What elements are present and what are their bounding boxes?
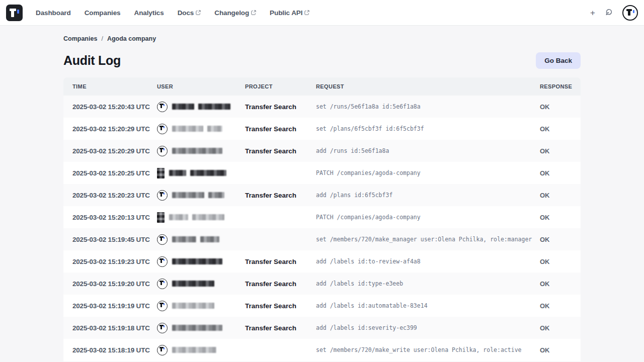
row-user (157, 146, 245, 156)
row-time: 2025-03-02 15:19:45 UTC (63, 236, 157, 243)
breadcrumb-companies[interactable]: Companies (63, 35, 97, 42)
redacted-name-segment (172, 192, 204, 198)
row-user-name-redacted (172, 281, 214, 287)
row-response-status: OK (540, 214, 581, 221)
nav-item-changelog[interactable]: Changelog (214, 9, 256, 17)
row-request: PATCH /companies/agoda-company (316, 169, 540, 176)
table-row: 2025-03-02 15:20:29 UTC Transfer Search … (63, 118, 581, 140)
table-row: 2025-03-02 15:19:45 UTC set /members/720… (63, 228, 581, 250)
nav-item-label: Public API (270, 9, 302, 17)
nav-item-dashboard[interactable]: Dashboard (36, 9, 71, 17)
row-response-status: OK (540, 302, 581, 310)
row-time: 2025-03-02 15:20:29 UTC (63, 125, 157, 133)
breadcrumb-agoda-company[interactable]: Agoda company (107, 35, 156, 42)
go-back-button[interactable]: Go Back (536, 52, 581, 69)
row-project: Transfer Search (245, 258, 316, 265)
redacted-name-segment (169, 214, 188, 220)
table-row: 2025-03-02 15:20:13 UTC PATCH /companies… (63, 206, 581, 228)
row-response-status: OK (540, 324, 581, 332)
row-project: Transfer Search (245, 125, 316, 133)
redacted-name-segment (192, 214, 224, 220)
redacted-name-segment (172, 148, 222, 154)
row-project: Transfer Search (245, 302, 316, 310)
row-user-name-redacted (172, 303, 214, 309)
row-user (157, 323, 245, 333)
audit-log-table: Time User Project Request Response 2025-… (63, 77, 581, 362)
nav-item-docs[interactable]: Docs (178, 9, 201, 17)
navbar-right: + (590, 5, 638, 21)
table-row: 2025-03-02 15:18:19 UTC set /members/720… (63, 339, 581, 361)
table-row: 2025-03-02 15:20:43 UTC Transfer Search … (63, 96, 581, 118)
row-response-status: OK (540, 346, 581, 354)
column-header-time: Time (63, 83, 157, 89)
row-response-status: OK (540, 169, 581, 177)
row-time: 2025-03-02 15:19:23 UTC (63, 258, 157, 265)
nav-item-analytics[interactable]: Analytics (134, 9, 164, 17)
row-user-avatar-logo (157, 345, 168, 355)
nav-item-label: Changelog (214, 9, 249, 17)
support-headset-icon[interactable] (604, 8, 614, 18)
row-project: Transfer Search (245, 103, 316, 111)
table-row: 2025-03-02 15:20:23 UTC Transfer Search … (63, 184, 581, 206)
row-user (157, 212, 245, 223)
row-project: Transfer Search (245, 192, 316, 199)
row-response-status: OK (540, 147, 581, 155)
row-request: add /labels id:type-e3eeb (316, 280, 540, 287)
row-user-avatar-logo (157, 234, 168, 245)
redacted-name-segment (172, 303, 214, 309)
nav-item-label: Analytics (134, 9, 164, 17)
row-request: PATCH /companies/agoda-company (316, 214, 540, 221)
row-response-status: OK (540, 125, 581, 133)
row-time: 2025-03-02 15:20:43 UTC (63, 103, 157, 111)
redacted-name-segment (208, 192, 224, 198)
nav-item-companies[interactable]: Companies (85, 9, 121, 17)
row-user-name-redacted (172, 126, 222, 132)
external-link-icon (304, 10, 309, 15)
row-request: set /plans/6f5cbf3f id:6f5cbf3f (316, 125, 540, 132)
add-icon[interactable]: + (590, 9, 595, 17)
row-user-name-redacted (172, 236, 219, 242)
row-user-name-redacted (172, 347, 216, 353)
redacted-name-segment (190, 170, 226, 176)
column-header-response: Response (540, 83, 581, 89)
row-response-status: OK (540, 258, 581, 265)
main-content: Companies / Agoda company Audit Log Go B… (63, 35, 581, 362)
row-user-avatar-logo (157, 146, 168, 156)
row-user-avatar-logo (157, 323, 168, 333)
row-response-status: OK (540, 103, 581, 111)
row-user-name-redacted (172, 192, 224, 198)
row-user-avatar-logo (157, 102, 168, 112)
redacted-name-segment (172, 126, 203, 132)
table-row: 2025-03-02 15:20:25 UTC PATCH /companies… (63, 162, 581, 184)
breadcrumb: Companies / Agoda company (63, 35, 581, 42)
nav-item-public-api[interactable]: Public API (270, 9, 309, 17)
row-time: 2025-03-02 15:19:18 UTC (63, 324, 157, 332)
redacted-name-segment (207, 126, 222, 132)
row-user-avatar-logo (157, 190, 168, 201)
row-time: 2025-03-02 15:20:29 UTC (63, 147, 157, 155)
redacted-name-segment (198, 104, 230, 110)
user-avatar[interactable] (622, 5, 638, 21)
brand-logo-accent (17, 10, 19, 14)
table-header: Time User Project Request Response (63, 77, 581, 96)
redacted-name-segment (169, 170, 186, 176)
row-user-name-redacted (172, 325, 222, 331)
row-user-name-redacted (169, 170, 226, 176)
brand-logo[interactable] (6, 5, 23, 21)
row-time: 2025-03-02 15:20:25 UTC (63, 169, 157, 177)
redacted-name-segment (172, 104, 194, 110)
row-user-name-redacted (169, 214, 224, 220)
row-project: Transfer Search (245, 324, 316, 332)
row-user (157, 234, 245, 245)
row-user-avatar-logo (157, 301, 168, 311)
row-user (157, 301, 245, 311)
column-header-request: Request (316, 83, 540, 89)
row-user-avatar-logo (157, 279, 168, 289)
row-request: add /labels id:automatable-83e14 (316, 302, 540, 309)
row-user-avatar-logo (157, 124, 168, 134)
row-time: 2025-03-02 15:20:23 UTC (63, 192, 157, 199)
column-header-project: Project (245, 83, 316, 89)
table-body: 2025-03-02 15:20:43 UTC Transfer Search … (63, 96, 581, 361)
row-request: add /labels id:to-review-af4a8 (316, 258, 540, 265)
redacted-name-segment (172, 236, 196, 242)
